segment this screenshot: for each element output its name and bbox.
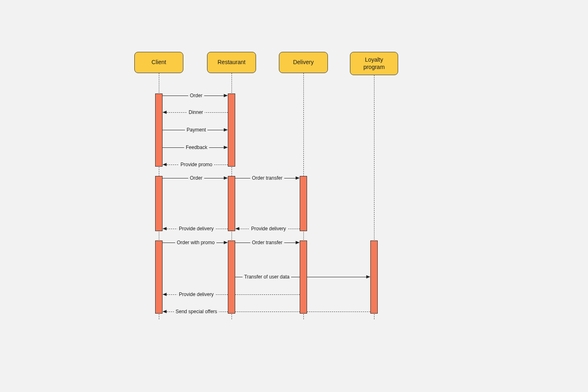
actor-label: Restaurant (218, 59, 245, 66)
msg-dinner: Dinner (187, 109, 205, 115)
activation-loyalty-3 (370, 241, 378, 314)
msg-specialoffers-conn-a (307, 312, 370, 312)
msg-ordertransfer: Order transfer (250, 175, 284, 181)
msg-ordertransfer2: Order transfer (250, 240, 284, 245)
arrow-right-icon (224, 94, 228, 97)
arrow-right-icon (224, 146, 228, 149)
activation-client-3 (155, 241, 163, 314)
arrow-left-icon (163, 293, 167, 296)
msg-order2: Order (188, 175, 204, 181)
arrow-right-icon (366, 275, 370, 278)
arrow-right-icon (296, 241, 300, 244)
msg-order: Order (188, 93, 204, 98)
msg-providedelivery3: Provide delivery (177, 292, 215, 297)
actor-label: Delivery (293, 59, 314, 66)
msg-providedelivery3-conn-a (235, 294, 300, 295)
msg-specialoffers-conn-b (235, 312, 300, 312)
activation-client-2 (155, 176, 163, 231)
arrow-right-icon (224, 241, 228, 244)
msg-payment: Payment (185, 127, 207, 133)
activation-delivery-3 (300, 241, 307, 314)
arrow-left-icon (163, 310, 167, 313)
arrow-right-icon (224, 176, 228, 180)
arrow-left-icon (235, 227, 239, 230)
msg-orderpromo: Order with promo (175, 240, 216, 245)
activation-delivery-2 (300, 176, 307, 231)
actor-delivery: Delivery (279, 52, 328, 73)
actor-loyalty: Loyalty program (350, 52, 398, 75)
actor-label: Client (151, 59, 166, 66)
activation-restaurant-2 (228, 176, 235, 231)
msg-specialoffers: Send special offers (174, 309, 219, 314)
arrow-left-icon (163, 227, 167, 230)
arrow-left-icon (163, 163, 167, 166)
activation-restaurant-1 (228, 94, 235, 167)
msg-feedback: Feedback (184, 145, 209, 150)
msg-providedelivery-a: Provide delivery (177, 226, 215, 232)
actor-restaurant: Restaurant (207, 52, 256, 73)
sequence-diagram: Client Restaurant Delivery Loyalty progr… (0, 0, 588, 392)
msg-userdata-conn-b (307, 277, 366, 277)
msg-promo: Provide promo (179, 162, 214, 167)
arrow-left-icon (163, 111, 167, 114)
activation-client-1 (155, 94, 163, 167)
arrow-right-icon (296, 176, 300, 180)
arrow-right-icon (224, 128, 228, 131)
activation-restaurant-3 (228, 241, 235, 314)
msg-providedelivery-b: Provide delivery (249, 226, 287, 232)
actor-label: Loyalty program (354, 56, 394, 71)
actor-client: Client (134, 52, 183, 73)
msg-userdata: Transfer of user data (243, 274, 291, 280)
